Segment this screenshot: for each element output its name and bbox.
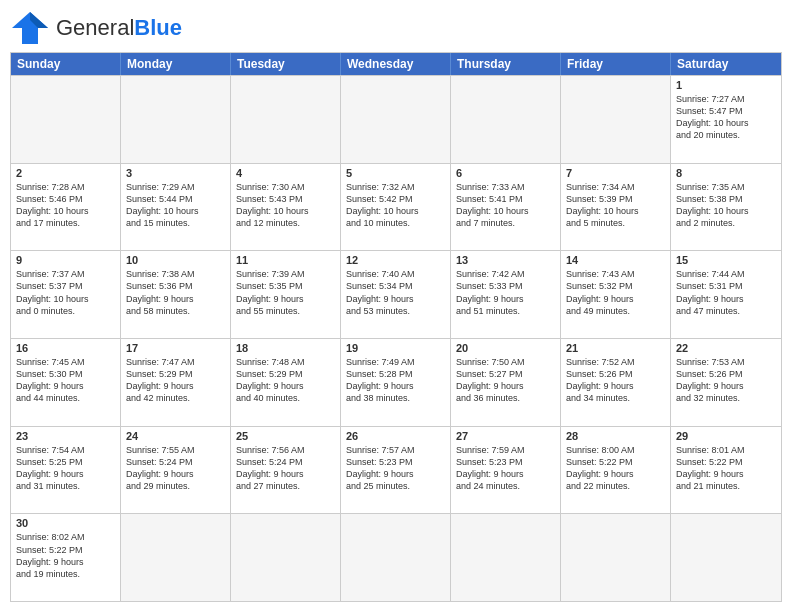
calendar-cell: 6Sunrise: 7:33 AM Sunset: 5:41 PM Daylig… <box>451 164 561 251</box>
calendar-cell: 11Sunrise: 7:39 AM Sunset: 5:35 PM Dayli… <box>231 251 341 338</box>
day-number: 24 <box>126 430 225 442</box>
calendar-cell <box>341 514 451 601</box>
day-number: 29 <box>676 430 776 442</box>
calendar-cell: 15Sunrise: 7:44 AM Sunset: 5:31 PM Dayli… <box>671 251 781 338</box>
cell-info: Sunrise: 7:29 AM Sunset: 5:44 PM Dayligh… <box>126 181 225 230</box>
day-number: 4 <box>236 167 335 179</box>
logo-blue: Blue <box>134 15 182 40</box>
cell-info: Sunrise: 7:45 AM Sunset: 5:30 PM Dayligh… <box>16 356 115 405</box>
day-number: 22 <box>676 342 776 354</box>
calendar-cell <box>451 514 561 601</box>
cell-info: Sunrise: 7:39 AM Sunset: 5:35 PM Dayligh… <box>236 268 335 317</box>
cell-info: Sunrise: 7:40 AM Sunset: 5:34 PM Dayligh… <box>346 268 445 317</box>
cell-info: Sunrise: 7:42 AM Sunset: 5:33 PM Dayligh… <box>456 268 555 317</box>
calendar-cell: 18Sunrise: 7:48 AM Sunset: 5:29 PM Dayli… <box>231 339 341 426</box>
calendar-cell: 20Sunrise: 7:50 AM Sunset: 5:27 PM Dayli… <box>451 339 561 426</box>
day-number: 20 <box>456 342 555 354</box>
cell-info: Sunrise: 7:48 AM Sunset: 5:29 PM Dayligh… <box>236 356 335 405</box>
day-number: 28 <box>566 430 665 442</box>
day-number: 8 <box>676 167 776 179</box>
calendar-cell: 21Sunrise: 7:52 AM Sunset: 5:26 PM Dayli… <box>561 339 671 426</box>
weekday-header-friday: Friday <box>561 53 671 75</box>
calendar-cell: 9Sunrise: 7:37 AM Sunset: 5:37 PM Daylig… <box>11 251 121 338</box>
calendar-cell <box>231 514 341 601</box>
calendar-cell: 7Sunrise: 7:34 AM Sunset: 5:39 PM Daylig… <box>561 164 671 251</box>
calendar-cell: 29Sunrise: 8:01 AM Sunset: 5:22 PM Dayli… <box>671 427 781 514</box>
calendar-body: 1Sunrise: 7:27 AM Sunset: 5:47 PM Daylig… <box>11 75 781 601</box>
calendar-cell: 16Sunrise: 7:45 AM Sunset: 5:30 PM Dayli… <box>11 339 121 426</box>
day-number: 6 <box>456 167 555 179</box>
day-number: 12 <box>346 254 445 266</box>
day-number: 16 <box>16 342 115 354</box>
cell-info: Sunrise: 7:35 AM Sunset: 5:38 PM Dayligh… <box>676 181 776 230</box>
weekday-header-monday: Monday <box>121 53 231 75</box>
weekday-header-sunday: Sunday <box>11 53 121 75</box>
calendar-cell <box>451 76 561 163</box>
day-number: 14 <box>566 254 665 266</box>
calendar-cell <box>121 76 231 163</box>
day-number: 7 <box>566 167 665 179</box>
day-number: 1 <box>676 79 776 91</box>
cell-info: Sunrise: 7:37 AM Sunset: 5:37 PM Dayligh… <box>16 268 115 317</box>
weekday-header-saturday: Saturday <box>671 53 781 75</box>
calendar-cell: 1Sunrise: 7:27 AM Sunset: 5:47 PM Daylig… <box>671 76 781 163</box>
calendar-row-0: 1Sunrise: 7:27 AM Sunset: 5:47 PM Daylig… <box>11 75 781 163</box>
calendar-row-2: 9Sunrise: 7:37 AM Sunset: 5:37 PM Daylig… <box>11 250 781 338</box>
calendar-cell: 8Sunrise: 7:35 AM Sunset: 5:38 PM Daylig… <box>671 164 781 251</box>
day-number: 23 <box>16 430 115 442</box>
calendar-cell: 17Sunrise: 7:47 AM Sunset: 5:29 PM Dayli… <box>121 339 231 426</box>
calendar-header: SundayMondayTuesdayWednesdayThursdayFrid… <box>11 53 781 75</box>
calendar-cell: 3Sunrise: 7:29 AM Sunset: 5:44 PM Daylig… <box>121 164 231 251</box>
calendar-cell <box>231 76 341 163</box>
weekday-header-tuesday: Tuesday <box>231 53 341 75</box>
weekday-header-thursday: Thursday <box>451 53 561 75</box>
cell-info: Sunrise: 8:02 AM Sunset: 5:22 PM Dayligh… <box>16 531 115 580</box>
logo: GeneralBlue <box>10 10 182 46</box>
cell-info: Sunrise: 7:33 AM Sunset: 5:41 PM Dayligh… <box>456 181 555 230</box>
cell-info: Sunrise: 7:57 AM Sunset: 5:23 PM Dayligh… <box>346 444 445 493</box>
logo-icon <box>10 10 50 46</box>
calendar-cell: 30Sunrise: 8:02 AM Sunset: 5:22 PM Dayli… <box>11 514 121 601</box>
calendar-cell <box>121 514 231 601</box>
calendar-cell <box>11 76 121 163</box>
cell-info: Sunrise: 7:43 AM Sunset: 5:32 PM Dayligh… <box>566 268 665 317</box>
calendar-cell: 4Sunrise: 7:30 AM Sunset: 5:43 PM Daylig… <box>231 164 341 251</box>
calendar: SundayMondayTuesdayWednesdayThursdayFrid… <box>10 52 782 602</box>
day-number: 30 <box>16 517 115 529</box>
cell-info: Sunrise: 7:30 AM Sunset: 5:43 PM Dayligh… <box>236 181 335 230</box>
header: GeneralBlue <box>10 10 782 46</box>
cell-info: Sunrise: 8:01 AM Sunset: 5:22 PM Dayligh… <box>676 444 776 493</box>
cell-info: Sunrise: 8:00 AM Sunset: 5:22 PM Dayligh… <box>566 444 665 493</box>
day-number: 21 <box>566 342 665 354</box>
calendar-row-4: 23Sunrise: 7:54 AM Sunset: 5:25 PM Dayli… <box>11 426 781 514</box>
calendar-cell: 22Sunrise: 7:53 AM Sunset: 5:26 PM Dayli… <box>671 339 781 426</box>
calendar-cell: 28Sunrise: 8:00 AM Sunset: 5:22 PM Dayli… <box>561 427 671 514</box>
cell-info: Sunrise: 7:34 AM Sunset: 5:39 PM Dayligh… <box>566 181 665 230</box>
calendar-cell: 5Sunrise: 7:32 AM Sunset: 5:42 PM Daylig… <box>341 164 451 251</box>
logo-general: General <box>56 15 134 40</box>
cell-info: Sunrise: 7:44 AM Sunset: 5:31 PM Dayligh… <box>676 268 776 317</box>
day-number: 17 <box>126 342 225 354</box>
day-number: 11 <box>236 254 335 266</box>
calendar-cell: 12Sunrise: 7:40 AM Sunset: 5:34 PM Dayli… <box>341 251 451 338</box>
day-number: 2 <box>16 167 115 179</box>
calendar-cell: 27Sunrise: 7:59 AM Sunset: 5:23 PM Dayli… <box>451 427 561 514</box>
day-number: 26 <box>346 430 445 442</box>
cell-info: Sunrise: 7:49 AM Sunset: 5:28 PM Dayligh… <box>346 356 445 405</box>
day-number: 18 <box>236 342 335 354</box>
day-number: 13 <box>456 254 555 266</box>
day-number: 27 <box>456 430 555 442</box>
day-number: 19 <box>346 342 445 354</box>
day-number: 5 <box>346 167 445 179</box>
cell-info: Sunrise: 7:38 AM Sunset: 5:36 PM Dayligh… <box>126 268 225 317</box>
day-number: 15 <box>676 254 776 266</box>
calendar-cell: 19Sunrise: 7:49 AM Sunset: 5:28 PM Dayli… <box>341 339 451 426</box>
calendar-cell: 24Sunrise: 7:55 AM Sunset: 5:24 PM Dayli… <box>121 427 231 514</box>
calendar-cell: 13Sunrise: 7:42 AM Sunset: 5:33 PM Dayli… <box>451 251 561 338</box>
cell-info: Sunrise: 7:27 AM Sunset: 5:47 PM Dayligh… <box>676 93 776 142</box>
cell-info: Sunrise: 7:54 AM Sunset: 5:25 PM Dayligh… <box>16 444 115 493</box>
day-number: 9 <box>16 254 115 266</box>
cell-info: Sunrise: 7:53 AM Sunset: 5:26 PM Dayligh… <box>676 356 776 405</box>
calendar-cell: 10Sunrise: 7:38 AM Sunset: 5:36 PM Dayli… <box>121 251 231 338</box>
cell-info: Sunrise: 7:28 AM Sunset: 5:46 PM Dayligh… <box>16 181 115 230</box>
